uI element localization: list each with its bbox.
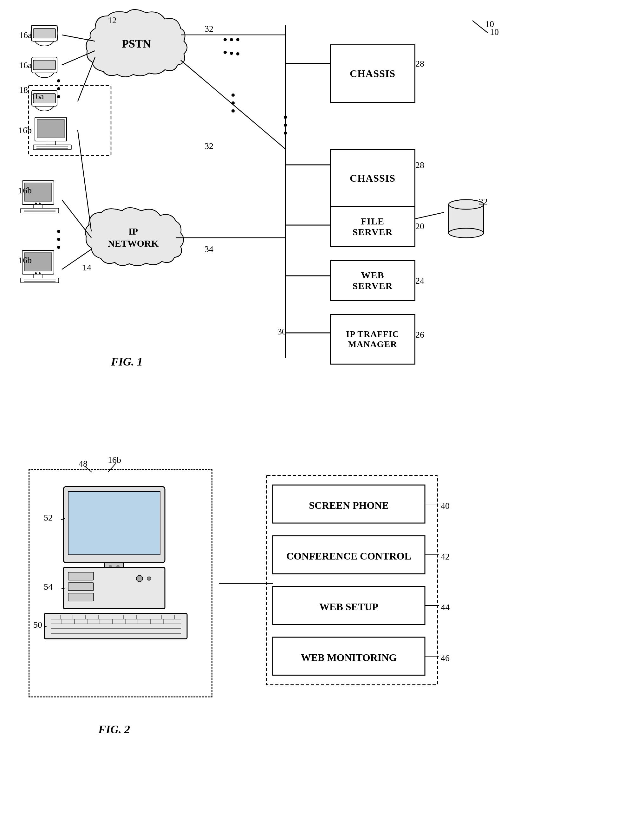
ref-18: 18 bbox=[19, 85, 28, 95]
ref-28a: 28 bbox=[415, 58, 424, 69]
monitor-fig2 bbox=[63, 487, 165, 580]
ref-16a1: 16a bbox=[19, 30, 32, 40]
pstn-cloud: PSTN bbox=[86, 10, 187, 77]
svg-text:54: 54 bbox=[44, 582, 53, 591]
svg-text:CONFERENCE CONTROL: CONFERENCE CONTROL bbox=[286, 550, 411, 562]
svg-text:50: 50 bbox=[33, 620, 42, 630]
svg-text:PSTN: PSTN bbox=[122, 37, 151, 50]
ref-20: 20 bbox=[415, 221, 424, 231]
file-server-box: FILESERVER bbox=[330, 206, 415, 247]
svg-line-6 bbox=[78, 57, 95, 101]
svg-text:NETWORK: NETWORK bbox=[108, 238, 159, 249]
fig2-svg: SCREEN PHONE CONFERENCE CONTROL WEB SETU… bbox=[10, 437, 628, 802]
svg-point-35 bbox=[230, 52, 233, 55]
computer-icon-1 bbox=[33, 117, 72, 149]
svg-point-31 bbox=[224, 38, 227, 41]
svg-point-25 bbox=[284, 116, 287, 119]
ref10-arrow: 10 bbox=[463, 18, 501, 36]
ref-32b: 32 bbox=[205, 141, 213, 151]
svg-point-19 bbox=[57, 79, 60, 83]
svg-text:52: 52 bbox=[44, 513, 53, 522]
fig2-caption: FIG. 2 bbox=[98, 723, 130, 736]
svg-text:10: 10 bbox=[490, 27, 499, 36]
svg-point-70 bbox=[449, 228, 483, 238]
ref-16a3: 16a bbox=[31, 91, 44, 101]
ip-traffic-manager-box: IP TRAFFICMANAGER bbox=[330, 314, 415, 365]
fig2-container: SCREEN PHONE CONFERENCE CONTROL WEB SETU… bbox=[10, 437, 628, 818]
ref-14: 14 bbox=[83, 263, 91, 273]
svg-line-10 bbox=[78, 130, 91, 231]
page: PSTN IP NETWORK bbox=[0, 0, 644, 835]
ref-22: 22 bbox=[479, 197, 488, 207]
svg-rect-46 bbox=[46, 141, 55, 145]
svg-point-84 bbox=[137, 575, 143, 582]
svg-rect-83 bbox=[68, 593, 94, 601]
chassis2-box: CHASSIS bbox=[330, 149, 415, 208]
ref-24: 24 bbox=[415, 276, 424, 286]
ref-28b: 28 bbox=[415, 160, 424, 170]
fig1-caption: FIG. 1 bbox=[111, 355, 143, 368]
svg-rect-82 bbox=[68, 583, 94, 591]
svg-rect-40 bbox=[33, 60, 55, 70]
ref-16a2: 16a bbox=[19, 60, 32, 70]
fig1-svg: PSTN IP NETWORK bbox=[10, 10, 628, 409]
svg-text:IP: IP bbox=[128, 226, 138, 237]
svg-point-27 bbox=[284, 132, 287, 135]
svg-point-34 bbox=[224, 51, 227, 54]
svg-point-33 bbox=[236, 38, 239, 41]
svg-rect-61 bbox=[21, 278, 59, 283]
ref-16b3: 16b bbox=[18, 255, 32, 265]
svg-point-22 bbox=[231, 94, 235, 97]
ref-34: 34 bbox=[205, 244, 213, 254]
svg-line-11 bbox=[62, 200, 91, 238]
ref-30: 30 bbox=[278, 327, 286, 337]
chassis1-box: CHASSIS bbox=[330, 44, 415, 103]
svg-point-85 bbox=[147, 577, 151, 580]
cpu-tower-fig2 bbox=[63, 567, 165, 609]
ref-16b2: 16b bbox=[18, 185, 32, 196]
svg-text:WEB MONITORING: WEB MONITORING bbox=[301, 652, 397, 663]
svg-text:SCREEN PHONE: SCREEN PHONE bbox=[309, 500, 389, 511]
svg-rect-47 bbox=[33, 145, 72, 149]
svg-line-72 bbox=[472, 21, 488, 33]
svg-point-20 bbox=[57, 87, 60, 90]
svg-rect-60 bbox=[33, 274, 43, 278]
phone-icon-2 bbox=[32, 57, 57, 78]
ref-32a: 32 bbox=[205, 24, 213, 34]
web-server-box: WEBSERVER bbox=[330, 260, 415, 301]
svg-line-121 bbox=[86, 467, 92, 472]
ref-12: 12 bbox=[108, 15, 117, 25]
svg-point-57 bbox=[39, 203, 41, 205]
svg-point-56 bbox=[35, 203, 37, 205]
svg-point-64 bbox=[35, 272, 37, 274]
svg-point-21 bbox=[57, 95, 60, 98]
ref-26: 26 bbox=[415, 330, 424, 340]
svg-rect-75 bbox=[68, 491, 160, 555]
svg-rect-45 bbox=[37, 120, 64, 138]
svg-point-36 bbox=[236, 52, 239, 55]
svg-rect-38 bbox=[33, 29, 55, 38]
svg-rect-53 bbox=[21, 208, 59, 213]
svg-text:44: 44 bbox=[441, 602, 450, 612]
svg-point-29 bbox=[57, 238, 60, 241]
keyboard-fig2 bbox=[44, 613, 187, 639]
svg-point-28 bbox=[57, 230, 60, 233]
svg-text:42: 42 bbox=[441, 552, 450, 561]
svg-line-123 bbox=[108, 463, 116, 472]
svg-text:16b: 16b bbox=[108, 455, 121, 465]
ip-network-cloud: IP NETWORK bbox=[85, 208, 184, 266]
database-icon bbox=[449, 200, 483, 238]
fig1-container: PSTN IP NETWORK bbox=[10, 10, 628, 409]
svg-text:40: 40 bbox=[441, 501, 450, 511]
svg-line-18 bbox=[415, 213, 444, 219]
phone-icon-1 bbox=[31, 25, 58, 46]
svg-point-30 bbox=[57, 246, 60, 249]
svg-point-32 bbox=[230, 38, 233, 41]
ref-16b1: 16b bbox=[18, 125, 32, 135]
svg-rect-52 bbox=[33, 205, 43, 208]
svg-point-24 bbox=[231, 109, 235, 112]
svg-rect-86 bbox=[44, 613, 187, 639]
svg-point-71 bbox=[449, 200, 483, 209]
svg-point-23 bbox=[231, 101, 235, 105]
svg-point-26 bbox=[284, 123, 287, 127]
